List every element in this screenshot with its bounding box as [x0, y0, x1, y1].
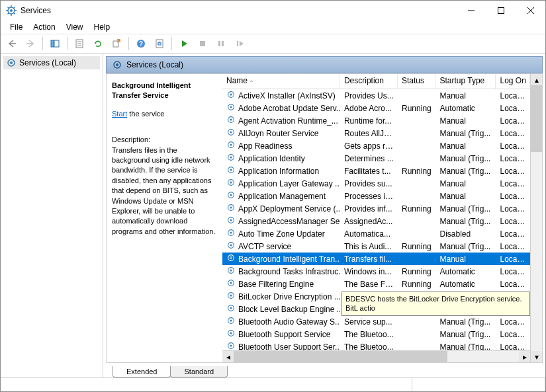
table-row[interactable]: Application Layer Gateway ...Provides su… — [222, 177, 530, 190]
col-status[interactable]: Status — [398, 74, 435, 89]
cell-status — [398, 158, 435, 159]
table-row[interactable]: Bluetooth User Support Ser...The Bluetoo… — [222, 340, 530, 350]
cell-startup: Automatic — [435, 266, 496, 277]
col-logon[interactable]: Log On — [496, 74, 530, 89]
tab-extended[interactable]: Extended — [113, 366, 171, 377]
svg-point-69 — [230, 307, 232, 309]
col-startup-type[interactable]: Startup Type — [435, 74, 496, 89]
cell-name: Background Intelligent Tran... — [238, 255, 340, 264]
table-row[interactable]: Base Filtering EngineThe Base Fil...Runn… — [222, 278, 530, 290]
table-row[interactable]: ActiveX Installer (AxInstSV)Provides Us.… — [222, 89, 530, 102]
cell-status: Running — [398, 279, 435, 290]
cell-name: App Readiness — [238, 141, 292, 151]
list-body[interactable]: ActiveX Installer (AxInstSV)Provides Us.… — [222, 89, 530, 350]
cell-startup: Automatic — [435, 279, 496, 290]
menubar: File Action View Help — [1, 20, 545, 34]
refresh-button[interactable] — [89, 35, 107, 52]
service-list: Name^ Description Status Startup Type Lo… — [222, 74, 542, 362]
cell-description: AssignedAc... — [340, 216, 398, 227]
minimize-button[interactable] — [456, 1, 486, 20]
menu-file[interactable]: File — [5, 21, 28, 33]
table-row[interactable]: Auto Time Zone UpdaterAutomatica...Disab… — [222, 227, 530, 240]
col-description[interactable]: Description — [340, 74, 398, 89]
forward-button[interactable] — [22, 35, 39, 52]
svg-rect-27 — [218, 41, 220, 46]
svg-point-41 — [230, 131, 232, 133]
table-row[interactable]: Agent Activation Runtime_...Runtime for.… — [222, 114, 530, 127]
svg-text:?: ? — [158, 42, 161, 46]
cell-startup: Manual — [435, 178, 496, 189]
cell-status — [398, 133, 435, 134]
cell-description: Automatica... — [340, 229, 398, 239]
col-name[interactable]: Name^ — [222, 74, 340, 89]
tree-item-services-local[interactable]: Services (Local) — [3, 56, 100, 69]
pause-service-button[interactable] — [212, 35, 230, 52]
cell-status — [398, 346, 435, 348]
menu-action[interactable]: Action — [28, 21, 60, 33]
gear-icon — [226, 140, 236, 151]
cell-startup: Disabled — [435, 229, 496, 239]
properties-button[interactable] — [71, 35, 88, 52]
svg-point-49 — [230, 181, 232, 183]
table-row[interactable]: Application IdentityDetermines ...Manual… — [222, 152, 530, 165]
table-row[interactable]: Bluetooth Support ServiceThe Bluetoo...M… — [222, 328, 530, 340]
table-row[interactable]: AVCTP serviceThis is Audi...RunningManua… — [222, 240, 530, 253]
table-row[interactable]: App ReadinessGets apps re...ManualLocal … — [222, 139, 530, 152]
cell-logon: Local Se — [496, 178, 531, 189]
scroll-up-icon[interactable]: ▴ — [531, 74, 542, 85]
table-row[interactable]: Background Tasks Infrastruc...Windows in… — [222, 265, 530, 278]
horizontal-scrollbar[interactable]: ◂ ▸ — [222, 350, 530, 362]
start-service-button[interactable] — [175, 35, 193, 52]
table-row[interactable]: Bluetooth Audio Gateway S...Service sup.… — [222, 315, 530, 328]
titlebar: Services — [1, 1, 545, 20]
svg-rect-15 — [54, 40, 59, 47]
cell-startup: Manual (Trig... — [435, 329, 496, 340]
table-row[interactable]: Application InformationFacilitates t...R… — [222, 165, 530, 177]
table-row[interactable]: AllJoyn Router ServiceRoutes AllJo...Man… — [222, 127, 530, 139]
export-list-button[interactable] — [108, 35, 125, 52]
svg-rect-26 — [200, 41, 205, 46]
svg-line-7 — [14, 13, 15, 15]
restart-service-button[interactable] — [231, 35, 248, 52]
stop-service-button[interactable] — [194, 35, 211, 52]
help-topics-button[interactable]: ? — [151, 35, 168, 52]
tab-standard[interactable]: Standard — [170, 366, 228, 377]
svg-point-55 — [230, 219, 232, 221]
services-window: Services File Action View Help ? ? — [0, 0, 546, 392]
vertical-scrollbar[interactable]: ▴ ▾ — [530, 74, 542, 362]
cell-description: Provides inf... — [340, 204, 398, 214]
cell-description: Windows in... — [340, 266, 398, 277]
menu-view[interactable]: View — [61, 21, 89, 33]
gear-icon — [226, 165, 236, 176]
show-hide-tree-button[interactable] — [46, 35, 64, 52]
menu-help[interactable]: Help — [89, 21, 116, 33]
scroll-left-icon[interactable]: ◂ — [222, 351, 234, 362]
cell-logon: Local Sy — [496, 166, 531, 176]
scroll-down-icon[interactable]: ▾ — [531, 351, 542, 362]
svg-point-35 — [230, 93, 232, 95]
cell-description: The Bluetoo... — [340, 342, 398, 351]
scroll-right-icon[interactable]: ▸ — [519, 351, 530, 362]
cell-logon: Local Sy — [496, 191, 531, 202]
table-row[interactable]: AssignedAccessManager Se...AssignedAc...… — [222, 215, 530, 227]
table-row[interactable]: Background Intelligent Tran...Transfers … — [222, 253, 530, 265]
table-row[interactable]: Adobe Acrobat Update Serv...Adobe Acro..… — [222, 102, 530, 114]
svg-point-37 — [230, 106, 232, 108]
maximize-button[interactable] — [486, 1, 516, 20]
window-title: Services — [21, 6, 456, 15]
table-row[interactable]: AppX Deployment Service (...Provides inf… — [222, 202, 530, 215]
svg-line-8 — [8, 13, 9, 15]
table-row[interactable]: Application ManagementProcesses in...Man… — [222, 190, 530, 202]
selected-service-name: Background Intelligent Transfer Service — [112, 81, 217, 101]
svg-text:?: ? — [139, 40, 143, 48]
back-button[interactable] — [3, 35, 21, 52]
cell-name: AppX Deployment Service (... — [238, 204, 340, 214]
svg-point-63 — [230, 269, 232, 271]
cell-name: Bluetooth Support Service — [238, 330, 330, 339]
close-button[interactable] — [516, 1, 545, 20]
help-button[interactable]: ? — [132, 35, 150, 52]
start-service-link[interactable]: Start — [112, 110, 127, 118]
gear-icon — [226, 115, 236, 126]
cell-status: Running — [398, 204, 435, 214]
column-headers: Name^ Description Status Startup Type Lo… — [222, 74, 530, 89]
